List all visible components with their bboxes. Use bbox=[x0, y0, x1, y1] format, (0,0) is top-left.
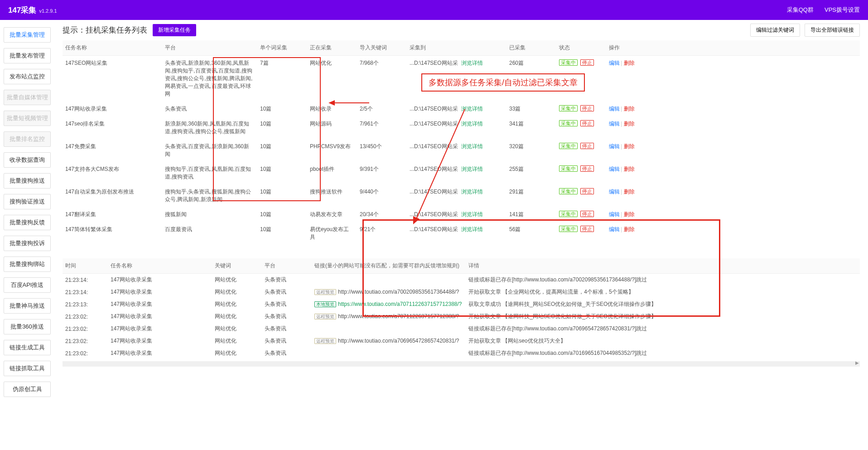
sidebar-item-8[interactable]: 搜狗验证推送 bbox=[4, 194, 51, 209]
browse-detail-link[interactable]: 浏览详情 bbox=[461, 143, 483, 150]
stop-button[interactable]: 停止 bbox=[580, 226, 594, 232]
task-collecting: 网站收录 bbox=[307, 102, 357, 116]
new-task-button[interactable]: 新增采集任务 bbox=[153, 24, 196, 36]
task-single: 10篇 bbox=[257, 102, 307, 116]
col-single: 单个词采集 bbox=[257, 40, 307, 56]
log-detail: 链接或标题已存在[http://www.toutiao.com/a7016965… bbox=[466, 347, 860, 359]
task-collect-to: ...D:\147SEO网站采 浏览详情 bbox=[407, 102, 506, 116]
browse-detail-link[interactable]: 浏览详情 bbox=[461, 189, 483, 195]
stop-button[interactable]: 停止 bbox=[580, 211, 594, 217]
task-collected: 141篇 bbox=[506, 207, 556, 222]
log-link: 本地预览https://www.toutiao.com/a70711226371… bbox=[312, 298, 466, 310]
edit-link[interactable]: 编辑 bbox=[609, 166, 620, 172]
delete-link[interactable]: 删除 bbox=[624, 106, 635, 112]
log-row: 21:23:14:147网站收录采集网站优化头条资讯链接或标题已存在[http:… bbox=[63, 274, 860, 286]
browse-detail-link[interactable]: 浏览详情 bbox=[461, 166, 483, 172]
local-preview-tag[interactable]: 本地预览 bbox=[314, 301, 336, 307]
sidebar-item-0[interactable]: 批量采集管理 bbox=[4, 27, 51, 43]
stop-button[interactable]: 停止 bbox=[580, 105, 594, 111]
log-keyword: 网站优化 bbox=[212, 274, 262, 286]
sidebar-item-17[interactable]: 伪原创工具 bbox=[4, 382, 51, 397]
browse-detail-link[interactable]: 浏览详情 bbox=[461, 60, 483, 66]
task-name: 147自动采集为原创发布推送 bbox=[63, 184, 162, 207]
log-url[interactable]: https://www.toutiao.com/a707112263715771… bbox=[338, 301, 462, 307]
vps-dial-link[interactable]: VPS拨号设置 bbox=[825, 6, 860, 14]
task-status: 采集中停止 bbox=[556, 116, 606, 139]
edit-link[interactable]: 编辑 bbox=[609, 121, 620, 127]
remote-preview-tag[interactable]: 远程预览 bbox=[314, 338, 336, 344]
log-link: 远程预览http://www.toutiao.com/a700209853561… bbox=[312, 286, 466, 298]
task-ops: 编辑|删除 bbox=[606, 139, 860, 162]
log-task: 147网站收录采集 bbox=[108, 286, 212, 298]
delete-link[interactable]: 删除 bbox=[624, 226, 635, 232]
sidebar-item-7[interactable]: 批量搜狗推送 bbox=[4, 173, 51, 189]
task-single: 10篇 bbox=[257, 162, 307, 184]
delete-link[interactable]: 删除 bbox=[624, 60, 635, 66]
log-platform: 头条资讯 bbox=[262, 298, 312, 310]
horizontal-scrollbar[interactable] bbox=[63, 361, 860, 367]
stop-button[interactable]: 停止 bbox=[580, 120, 594, 126]
log-link bbox=[312, 323, 466, 335]
sidebar-item-11[interactable]: 批量搜狗绑站 bbox=[4, 256, 51, 272]
browse-detail-link[interactable]: 浏览详情 bbox=[461, 226, 483, 232]
stop-button[interactable]: 停止 bbox=[580, 59, 594, 66]
task-single: 7篇 bbox=[257, 56, 307, 102]
log-url[interactable]: http://www.toutiao.com/a7002098535617364… bbox=[338, 289, 459, 295]
delete-link[interactable]: 删除 bbox=[624, 166, 635, 172]
browse-detail-link[interactable]: 浏览详情 bbox=[461, 121, 483, 127]
log-detail: 链接或标题已存在[http://www.toutiao.com/a7002098… bbox=[466, 274, 860, 286]
log-url[interactable]: http://www.toutiao.com/a7069654728657420… bbox=[338, 338, 459, 344]
task-status: 采集中停止 bbox=[556, 184, 606, 207]
status-badge: 采集中 bbox=[559, 211, 578, 217]
delete-link[interactable]: 删除 bbox=[624, 211, 635, 218]
log-platform: 头条资讯 bbox=[262, 323, 312, 335]
task-name: 147网站收录采集 bbox=[63, 102, 162, 116]
delete-link[interactable]: 删除 bbox=[624, 189, 635, 195]
log-detail: 获取文章成功 【途网科技_网站SEO优化如何做_关于SEO优化详细操作步骤】 bbox=[466, 298, 860, 310]
remote-preview-tag[interactable]: 远程预览 bbox=[314, 289, 336, 295]
task-ops: 编辑|删除 bbox=[606, 162, 860, 184]
log-link: 远程预览http://www.toutiao.com/a707112263715… bbox=[312, 310, 466, 323]
stop-button[interactable]: 停止 bbox=[580, 143, 594, 149]
task-collected: 56篇 bbox=[506, 222, 556, 245]
delete-link[interactable]: 删除 bbox=[624, 143, 635, 150]
sidebar-item-9[interactable]: 批量搜狗反馈 bbox=[4, 215, 51, 230]
edit-link[interactable]: 编辑 bbox=[609, 143, 620, 150]
log-platform: 头条资讯 bbox=[262, 347, 312, 359]
sidebar-item-16[interactable]: 链接抓取工具 bbox=[4, 361, 51, 376]
log-row: 21:23:02:147网站收录采集网站优化头条资讯远程预览http://www… bbox=[63, 310, 860, 323]
sidebar-item-6[interactable]: 收录数据查询 bbox=[4, 152, 51, 168]
browse-detail-link[interactable]: 浏览详情 bbox=[461, 211, 483, 218]
task-collect-to: ...D:\147SEO网站采 浏览详情 bbox=[407, 184, 506, 207]
browse-detail-link[interactable]: 浏览详情 bbox=[461, 106, 483, 112]
status-badge: 采集中 bbox=[559, 226, 578, 232]
edit-link[interactable]: 编辑 bbox=[609, 189, 620, 195]
app-title: 147采集 bbox=[8, 5, 36, 15]
top-bar-left: 147采集 v1.2.9.1 bbox=[8, 5, 57, 15]
sidebar-item-12[interactable]: 百度API推送 bbox=[4, 277, 51, 293]
sidebar-item-1[interactable]: 批量发布管理 bbox=[4, 48, 51, 63]
edit-link[interactable]: 编辑 bbox=[609, 60, 620, 66]
sidebar-item-14[interactable]: 批量360推送 bbox=[4, 319, 51, 334]
log-detail: 链接或标题已存在[http://www.toutiao.com/a7069654… bbox=[466, 323, 860, 335]
edit-link[interactable]: 编辑 bbox=[609, 106, 620, 112]
log-platform: 头条资讯 bbox=[262, 286, 312, 298]
sidebar-item-10[interactable]: 批量搜狗投诉 bbox=[4, 236, 51, 251]
remote-preview-tag[interactable]: 远程预览 bbox=[314, 314, 336, 319]
delete-link[interactable]: 删除 bbox=[624, 121, 635, 127]
stop-button[interactable]: 停止 bbox=[580, 188, 594, 194]
sidebar-item-15[interactable]: 链接生成工具 bbox=[4, 340, 51, 355]
edit-link[interactable]: 编辑 bbox=[609, 211, 620, 218]
log-col-platform: 平台 bbox=[262, 258, 312, 274]
edit-filter-button[interactable]: 编辑过滤关键词 bbox=[750, 24, 800, 37]
log-url[interactable]: http://www.toutiao.com/a7071122637157712… bbox=[338, 313, 459, 319]
task-platform: 头条资讯,百度资讯,新浪新闻,360新闻 bbox=[162, 139, 257, 162]
export-errors-button[interactable]: 导出全部错误链接 bbox=[805, 24, 860, 37]
sidebar-item-13[interactable]: 批量神马推送 bbox=[4, 298, 51, 314]
task-collect-to: ...D:\147SEO网站采 浏览详情 bbox=[407, 162, 506, 184]
task-single: 10篇 bbox=[257, 116, 307, 139]
stop-button[interactable]: 停止 bbox=[580, 165, 594, 172]
qq-group-link[interactable]: 采集QQ群 bbox=[787, 6, 814, 14]
edit-link[interactable]: 编辑 bbox=[609, 226, 620, 232]
sidebar-item-2[interactable]: 发布站点监控 bbox=[4, 69, 51, 84]
